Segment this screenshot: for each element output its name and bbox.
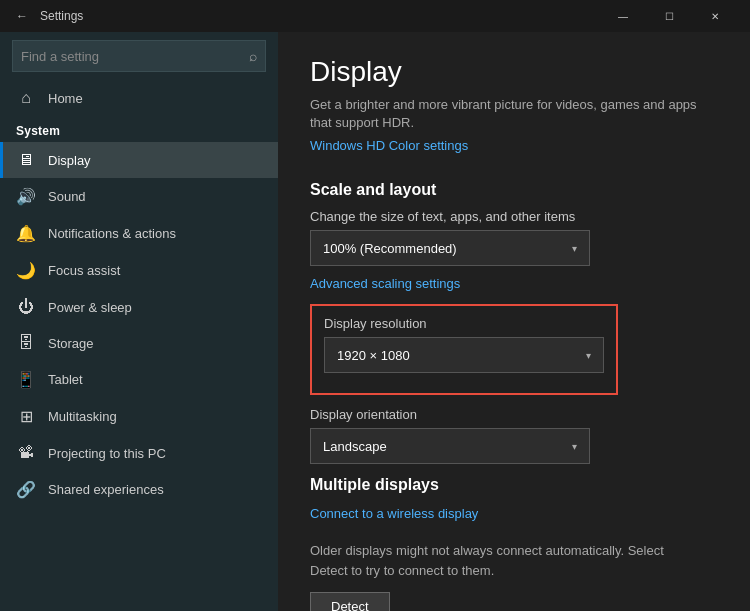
- search-box[interactable]: ⌕: [12, 40, 266, 72]
- system-section-label: System: [0, 116, 278, 142]
- resolution-value: 1920 × 1080: [337, 348, 410, 363]
- advanced-scaling-link[interactable]: Advanced scaling settings: [310, 276, 460, 291]
- sidebar: ⌕ ⌂ Home System 🖥 Display 🔊 Sound 🔔 Noti…: [0, 32, 278, 611]
- maximize-button[interactable]: ☐: [646, 0, 692, 32]
- scale-dropdown[interactable]: 100% (Recommended) ▾: [310, 230, 590, 266]
- resolution-label: Display resolution: [324, 316, 604, 331]
- scale-dropdown-arrow: ▾: [572, 243, 577, 254]
- sound-label: Sound: [48, 189, 86, 204]
- sidebar-item-notifications[interactable]: 🔔 Notifications & actions: [0, 215, 278, 252]
- projecting-icon: 📽: [16, 444, 36, 462]
- wireless-display-link[interactable]: Connect to a wireless display: [310, 506, 478, 521]
- page-title: Display: [310, 56, 718, 88]
- sidebar-item-focus[interactable]: 🌙 Focus assist: [0, 252, 278, 289]
- sidebar-item-display[interactable]: 🖥 Display: [0, 142, 278, 178]
- orientation-dropdown[interactable]: Landscape ▾: [310, 428, 590, 464]
- app-container: ⌕ ⌂ Home System 🖥 Display 🔊 Sound 🔔 Noti…: [0, 32, 750, 611]
- content-area: Display Get a brighter and more vibrant …: [278, 32, 750, 611]
- display-label: Display: [48, 153, 91, 168]
- search-icon: ⌕: [249, 48, 257, 64]
- scale-label: Change the size of text, apps, and other…: [310, 209, 718, 224]
- hdr-link[interactable]: Windows HD Color settings: [310, 138, 468, 153]
- scale-value: 100% (Recommended): [323, 241, 457, 256]
- sidebar-item-sound[interactable]: 🔊 Sound: [0, 178, 278, 215]
- display-icon: 🖥: [16, 151, 36, 169]
- scale-section-title: Scale and layout: [310, 181, 718, 199]
- resolution-dropdown-container: 1920 × 1080 ▾: [324, 337, 604, 373]
- resolution-dropdown[interactable]: 1920 × 1080 ▾: [324, 337, 604, 373]
- detect-button[interactable]: Detect: [310, 592, 390, 611]
- sidebar-item-home[interactable]: ⌂ Home: [0, 80, 278, 116]
- multiple-displays-title: Multiple displays: [310, 476, 718, 494]
- multiple-displays-section: Multiple displays Connect to a wireless …: [310, 476, 718, 611]
- sidebar-item-tablet[interactable]: 📱 Tablet: [0, 361, 278, 398]
- notifications-icon: 🔔: [16, 224, 36, 243]
- notifications-label: Notifications & actions: [48, 226, 176, 241]
- multitasking-icon: ⊞: [16, 407, 36, 426]
- focus-label: Focus assist: [48, 263, 120, 278]
- scale-dropdown-container: 100% (Recommended) ▾: [310, 230, 718, 266]
- projecting-label: Projecting to this PC: [48, 446, 166, 461]
- minimize-button[interactable]: —: [600, 0, 646, 32]
- sidebar-item-shared[interactable]: 🔗 Shared experiences: [0, 471, 278, 508]
- power-label: Power & sleep: [48, 300, 132, 315]
- orientation-dropdown-container: Landscape ▾: [310, 428, 718, 464]
- titlebar-title: Settings: [40, 9, 83, 23]
- resolution-dropdown-arrow: ▾: [586, 350, 591, 361]
- wireless-description: Older displays might not always connect …: [310, 541, 690, 580]
- shared-label: Shared experiences: [48, 482, 164, 497]
- focus-icon: 🌙: [16, 261, 36, 280]
- home-label: Home: [48, 91, 83, 106]
- search-input[interactable]: [21, 49, 241, 64]
- home-icon: ⌂: [16, 89, 36, 107]
- titlebar: ← Settings — ☐ ✕: [0, 0, 750, 32]
- back-button[interactable]: ←: [12, 6, 32, 26]
- multitasking-label: Multitasking: [48, 409, 117, 424]
- sound-icon: 🔊: [16, 187, 36, 206]
- page-subtitle: Get a brighter and more vibrant picture …: [310, 96, 718, 132]
- power-icon: ⏻: [16, 298, 36, 316]
- storage-label: Storage: [48, 336, 94, 351]
- orientation-label: Display orientation: [310, 407, 718, 422]
- close-button[interactable]: ✕: [692, 0, 738, 32]
- sidebar-item-projecting[interactable]: 📽 Projecting to this PC: [0, 435, 278, 471]
- sidebar-item-power[interactable]: ⏻ Power & sleep: [0, 289, 278, 325]
- titlebar-left: ← Settings: [12, 6, 83, 26]
- titlebar-controls: — ☐ ✕: [600, 0, 738, 32]
- tablet-icon: 📱: [16, 370, 36, 389]
- sidebar-item-multitasking[interactable]: ⊞ Multitasking: [0, 398, 278, 435]
- orientation-dropdown-arrow: ▾: [572, 441, 577, 452]
- resolution-box: Display resolution 1920 × 1080 ▾: [310, 304, 618, 395]
- sidebar-item-storage[interactable]: 🗄 Storage: [0, 325, 278, 361]
- storage-icon: 🗄: [16, 334, 36, 352]
- orientation-value: Landscape: [323, 439, 387, 454]
- tablet-label: Tablet: [48, 372, 83, 387]
- shared-icon: 🔗: [16, 480, 36, 499]
